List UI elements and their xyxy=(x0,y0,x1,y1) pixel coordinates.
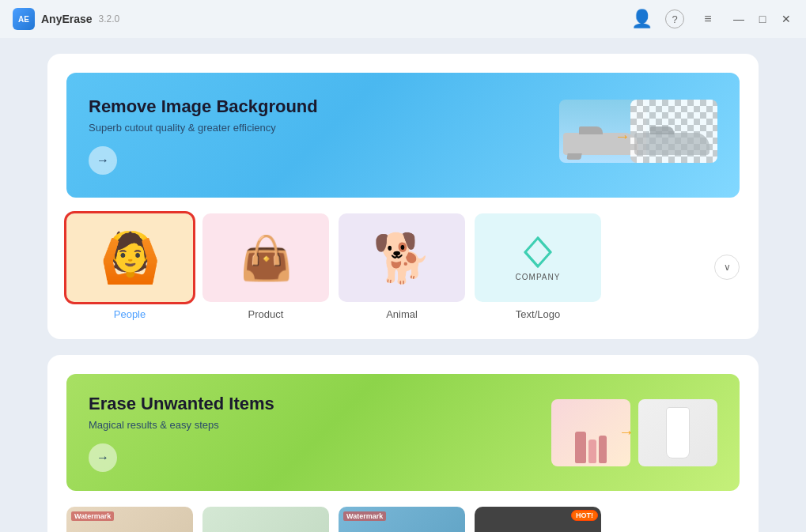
erase-arrow-overlay: → xyxy=(619,423,634,441)
erase-after-image xyxy=(638,399,717,466)
menu-icon[interactable]: ≡ xyxy=(697,8,719,30)
titlebar-left: AE AnyErase 3.2.0 xyxy=(13,8,119,30)
erase-banner: Erase Unwanted Items Magical results & e… xyxy=(66,374,740,491)
video-watermark-overlay-label: Watermark xyxy=(343,511,386,521)
category-item-product[interactable]: 👜 Product xyxy=(202,213,329,320)
cosmetic-3 xyxy=(599,436,607,463)
erase-banner-subtitle: Magical results & easy steps xyxy=(89,419,274,431)
category-thumb-text-erase: BONJOUR xyxy=(202,507,329,532)
erase-banner-image: → xyxy=(543,393,717,472)
remove-background-card: Remove Image Background Superb cutout qu… xyxy=(47,54,759,339)
category-label-product: Product xyxy=(248,308,284,320)
category-label-people: People xyxy=(114,308,146,320)
watermark-overlay-label: Watermark xyxy=(71,511,114,521)
close-button[interactable]: ✕ xyxy=(779,12,793,26)
category-thumb-animal: 🐕 xyxy=(339,213,465,302)
erase-banner-arrow-button[interactable]: → xyxy=(89,443,117,472)
remove-banner-image: → xyxy=(559,92,717,179)
help-icon[interactable]: ? xyxy=(665,9,684,28)
product-emoji: 👜 xyxy=(240,233,293,283)
erase-banner-title: Erase Unwanted Items xyxy=(89,394,274,414)
category-thumb-video-watermark: Watermark ▶ xyxy=(339,507,465,532)
diamond-svg-icon xyxy=(520,235,555,270)
remove-banner-title: Remove Image Background xyxy=(89,96,318,117)
remove-category-grid: 🙆 People 👜 Product 🐕 Animal xyxy=(66,213,740,320)
bottle-shape xyxy=(666,407,690,458)
app-logo: AE xyxy=(13,8,35,30)
minimize-button[interactable]: — xyxy=(732,12,746,26)
app-name: AnyErase xyxy=(41,13,93,25)
erase-category-grid: Watermark 🚲 Watermark BONJOUR Text xyxy=(66,507,740,532)
remove-banner-text: Remove Image Background Superb cutout qu… xyxy=(89,96,318,175)
plane-on-transparent xyxy=(634,133,710,155)
category-thumb-people: 🙆 xyxy=(66,213,193,302)
category-item-tiktok-logo[interactable]: HOT! TikTok ▶ TikTok Logo xyxy=(475,507,601,532)
category-item-text-erase[interactable]: BONJOUR Text xyxy=(202,507,329,532)
titlebar-right: 👤 ? ≡ — □ ✕ xyxy=(630,8,793,30)
svg-marker-0 xyxy=(525,238,551,266)
main-content: Remove Image Background Superb cutout qu… xyxy=(0,38,806,532)
category-item-people[interactable]: 🙆 People xyxy=(66,213,193,320)
hot-badge: HOT! xyxy=(571,510,598,521)
category-item-video-watermark[interactable]: Watermark ▶ Video Watermark xyxy=(339,507,465,532)
cosmetic-2 xyxy=(588,440,596,463)
remove-banner-arrow-button[interactable]: → xyxy=(89,146,117,175)
text-erase-bg: BONJOUR xyxy=(202,507,329,532)
titlebar: AE AnyErase 3.2.0 👤 ? ≡ — □ ✕ xyxy=(0,0,806,38)
window-controls: — □ ✕ xyxy=(732,12,793,26)
category-thumb-tiktok: HOT! TikTok ▶ xyxy=(475,507,601,532)
company-text: COMPANY xyxy=(516,273,561,281)
category-thumb-product: 👜 xyxy=(202,213,329,302)
arrow-overlay: → xyxy=(615,127,630,145)
people-emoji: 🙆 xyxy=(100,233,161,282)
plane-transparent-bg xyxy=(630,100,717,163)
category-item-watermark[interactable]: Watermark 🚲 Watermark xyxy=(66,507,193,532)
category-item-animal[interactable]: 🐕 Animal xyxy=(339,213,465,320)
cosmetics-shape xyxy=(575,432,607,463)
erase-items-card: Erase Unwanted Items Magical results & e… xyxy=(47,355,759,532)
maximize-button[interactable]: □ xyxy=(755,12,770,26)
user-icon[interactable]: 👤 xyxy=(630,8,653,30)
remove-banner: Remove Image Background Superb cutout qu… xyxy=(66,73,740,198)
app-version: 3.2.0 xyxy=(99,13,120,25)
category-label-animal: Animal xyxy=(386,308,418,320)
erase-banner-text: Erase Unwanted Items Magical results & e… xyxy=(89,394,274,472)
category-label-textlogo: Text/Logo xyxy=(516,308,560,320)
remove-banner-subtitle: Superb cutout quality & greater efficien… xyxy=(89,122,318,134)
category-thumb-textlogo: COMPANY xyxy=(475,213,601,302)
remove-category-chevron-button[interactable]: ∨ xyxy=(714,255,740,280)
category-item-textlogo[interactable]: COMPANY Text/Logo xyxy=(475,213,601,320)
cosmetic-1 xyxy=(575,432,586,463)
svg-line-2 xyxy=(525,252,538,266)
category-thumb-watermark: Watermark 🚲 xyxy=(66,507,193,532)
svg-line-1 xyxy=(538,238,551,252)
animal-emoji: 🐕 xyxy=(373,230,432,286)
